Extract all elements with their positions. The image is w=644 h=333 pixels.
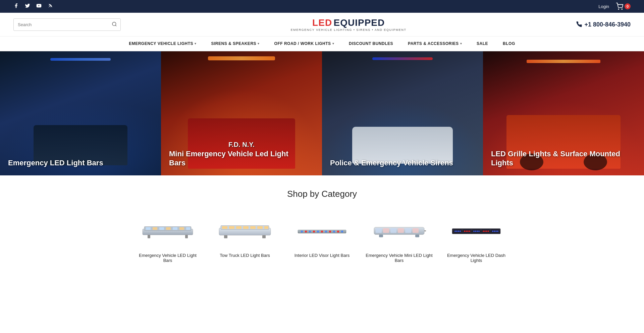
facebook-icon[interactable] xyxy=(13,3,19,10)
svg-rect-11 xyxy=(153,227,157,230)
svg-rect-46 xyxy=(383,228,389,233)
svg-point-64 xyxy=(469,231,470,232)
svg-rect-26 xyxy=(257,226,263,229)
light-effect-br xyxy=(372,57,433,60)
svg-rect-23 xyxy=(236,226,241,229)
logo-equipped: EQUIPPED xyxy=(334,17,385,28)
category-label-tow-truck: Tow Truck LED Light Bars xyxy=(220,253,270,258)
svg-point-34 xyxy=(317,231,319,233)
category-img-emergency-vehicle xyxy=(138,211,198,248)
light-effect-orange xyxy=(208,56,275,60)
svg-point-63 xyxy=(467,231,469,232)
svg-rect-22 xyxy=(229,226,234,229)
nav-item-sirens-speakers[interactable]: Sirens & Speakers ▾ xyxy=(204,37,267,51)
youtube-icon[interactable] xyxy=(36,3,42,10)
svg-rect-14 xyxy=(173,227,177,230)
svg-point-39 xyxy=(337,231,339,233)
svg-point-35 xyxy=(321,231,323,233)
svg-point-37 xyxy=(329,231,331,233)
svg-rect-48 xyxy=(398,228,404,233)
svg-rect-20 xyxy=(262,235,266,238)
svg-rect-19 xyxy=(224,235,227,238)
svg-rect-43 xyxy=(379,235,383,237)
login-link[interactable]: Login xyxy=(598,4,609,9)
chevron-down-icon: ▾ xyxy=(258,42,260,45)
rss-icon[interactable] xyxy=(48,3,53,10)
search-icon xyxy=(112,21,117,27)
chevron-down-icon: ▾ xyxy=(460,42,462,45)
cart-count: 0 xyxy=(625,3,631,9)
svg-point-4 xyxy=(112,22,116,26)
svg-rect-15 xyxy=(179,227,184,230)
shop-by-category-title: Shop by Category xyxy=(13,189,631,199)
search-input[interactable] xyxy=(14,19,108,30)
svg-rect-21 xyxy=(222,226,227,229)
category-card-tow-truck[interactable]: Tow Truck LED Light Bars xyxy=(211,211,278,263)
svg-point-61 xyxy=(464,231,465,232)
svg-point-59 xyxy=(458,231,459,232)
hero-cell-grille[interactable]: LED Grille Lights & Surface Mounted Ligh… xyxy=(483,51,644,175)
nav-item-blog[interactable]: Blog xyxy=(495,37,523,51)
nav-item-parts-accessories[interactable]: Parts & Accessories ▾ xyxy=(400,37,469,51)
svg-point-32 xyxy=(309,231,311,233)
category-card-emergency-vehicle[interactable]: Emergency Vehicle LED Light Bars xyxy=(134,211,201,263)
svg-point-65 xyxy=(473,231,475,232)
svg-rect-16 xyxy=(186,227,190,230)
hero-cell-sirens[interactable]: Police & Emergency Vehicle Sirens xyxy=(322,51,483,175)
svg-point-68 xyxy=(478,231,480,232)
grille-lights-top xyxy=(527,60,600,63)
svg-rect-13 xyxy=(166,227,171,230)
svg-rect-50 xyxy=(413,228,419,233)
svg-rect-9 xyxy=(185,235,188,238)
logo-led: LED xyxy=(312,17,332,28)
svg-point-40 xyxy=(341,231,343,233)
svg-point-67 xyxy=(477,231,478,232)
phone-number[interactable]: +1 800-846-3940 xyxy=(576,21,631,28)
chevron-down-icon: ▾ xyxy=(332,42,334,45)
category-card-dash[interactable]: Emergency Vehicle LED Dash Lights xyxy=(443,211,510,263)
hero-label-emergency-led: Emergency LED Light Bars xyxy=(8,159,103,167)
twitter-icon[interactable] xyxy=(25,3,30,10)
nav-item-discount-bundles[interactable]: Discount Bundles xyxy=(341,37,400,51)
svg-point-31 xyxy=(305,231,307,233)
svg-point-62 xyxy=(466,231,467,232)
svg-rect-12 xyxy=(159,227,164,230)
hero-grid: Emergency LED Light Bars F.D. N.Y. Mini … xyxy=(0,51,644,175)
svg-rect-10 xyxy=(146,227,151,230)
phone-icon xyxy=(576,21,582,27)
hero-cell-mini-emergency[interactable]: F.D. N.Y. Mini Emergency Vehicle Led Lig… xyxy=(161,51,322,175)
category-card-mini[interactable]: Emergency Vehicle Mini LED Light Bars xyxy=(366,211,433,263)
svg-point-38 xyxy=(333,231,335,233)
nav-item-sale[interactable]: Sale xyxy=(469,37,495,51)
hero-label-mini-emergency: Mini Emergency Vehicle Led Light Bars xyxy=(169,150,306,167)
svg-point-36 xyxy=(325,231,327,233)
svg-rect-24 xyxy=(243,226,249,229)
category-img-visor xyxy=(292,211,352,248)
svg-point-60 xyxy=(460,231,461,232)
category-label-mini: Emergency Vehicle Mini LED Light Bars xyxy=(366,253,433,263)
site-logo[interactable]: LED EQUIPPED EMERGENCY VEHICLE LIGHTING … xyxy=(291,17,407,32)
cart-button[interactable]: 0 xyxy=(616,3,631,10)
car-body-2 xyxy=(352,127,453,164)
lightbar-visor-svg xyxy=(295,220,349,240)
svg-rect-27 xyxy=(264,226,268,229)
category-img-tow-truck xyxy=(215,211,275,248)
svg-point-69 xyxy=(483,231,484,232)
category-card-visor[interactable]: Interior LED Visor Light Bars xyxy=(288,211,356,263)
svg-point-57 xyxy=(454,231,456,232)
hero-cell-emergency-led[interactable]: Emergency LED Light Bars xyxy=(0,51,161,175)
svg-point-2 xyxy=(618,9,619,9)
search-button[interactable] xyxy=(108,19,120,31)
svg-rect-49 xyxy=(405,228,411,233)
svg-line-5 xyxy=(115,25,116,26)
svg-point-3 xyxy=(622,9,622,9)
svg-rect-47 xyxy=(390,228,396,233)
svg-point-70 xyxy=(484,231,486,232)
nav-item-emergency-vehicle-lights[interactable]: Emergency Vehicle Lights ▾ xyxy=(121,37,204,51)
lightbar-dash-svg xyxy=(449,220,503,240)
nav-item-off-road[interactable]: Off Road / Work Lights ▾ xyxy=(267,37,342,51)
phone-text: +1 800-846-3940 xyxy=(584,21,631,28)
category-img-dash xyxy=(446,211,506,248)
light-effect-blue xyxy=(50,58,111,61)
category-label-visor: Interior LED Visor Light Bars xyxy=(294,253,350,258)
